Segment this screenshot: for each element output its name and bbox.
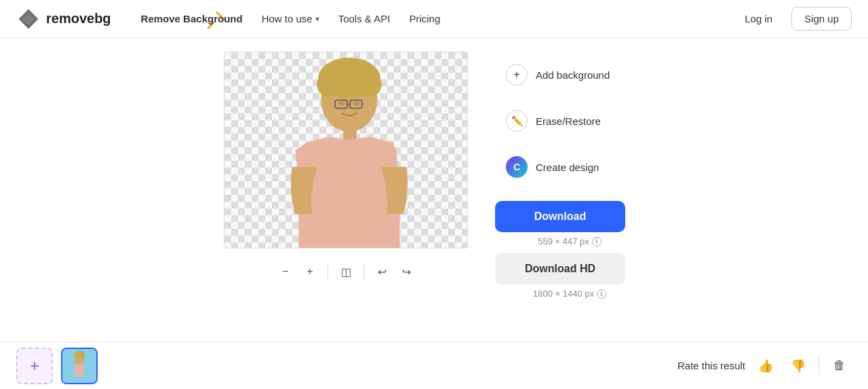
free-size-text: 559 × 447 px <box>538 236 589 246</box>
nav-how-to-use-label: How to use <box>262 13 313 24</box>
download-hd-size-info: 1800 × 1440 px ℹ <box>495 289 644 299</box>
thumbnail-image <box>62 348 96 384</box>
thumbs-up-icon: 👍 <box>758 358 773 373</box>
image-thumbnail[interactable] <box>61 348 98 384</box>
info-icon[interactable]: ℹ <box>592 237 601 246</box>
logo-icon <box>16 7 41 31</box>
nav-how-to-use[interactable]: How to use ▾ <box>254 9 328 29</box>
erase-restore-icon: ✏️ <box>506 110 528 132</box>
create-design-label: Create design <box>536 162 599 173</box>
bottom-bar: + Rate this result 👍 👎 🗑 <box>0 341 868 389</box>
person-image <box>224 52 467 248</box>
create-design-button[interactable]: C Create design <box>495 149 644 185</box>
info-icon-hd[interactable]: ℹ <box>597 289 606 299</box>
download-section: Download 559 × 447 px ℹ Download HD 1800… <box>495 201 644 299</box>
nav-remove-background[interactable]: Remove Background <box>133 9 251 29</box>
undo-button[interactable]: ↩ <box>370 259 394 284</box>
add-background-button[interactable]: + Add background <box>495 57 644 92</box>
rate-label: Rate this result <box>677 360 745 371</box>
logo[interactable]: removebg <box>16 7 111 31</box>
download-hd-button[interactable]: Download HD <box>495 253 625 284</box>
thumbs-up-button[interactable]: 👍 <box>753 354 778 378</box>
svg-rect-18 <box>75 364 84 377</box>
navbar: removebg Remove Background How to use ▾ … <box>0 0 868 38</box>
zoom-in-button[interactable]: + <box>298 259 322 284</box>
image-preview <box>224 52 468 248</box>
trash-icon: 🗑 <box>833 358 846 373</box>
signup-button[interactable]: Sign up <box>791 7 852 31</box>
canva-icon: C <box>506 156 528 178</box>
svg-point-8 <box>338 101 345 105</box>
thumbs-down-button[interactable]: 👎 <box>786 354 810 378</box>
add-background-icon: + <box>506 64 528 86</box>
add-image-button[interactable]: + <box>16 348 53 384</box>
divider <box>818 356 819 375</box>
toolbar-divider <box>328 263 328 280</box>
erase-restore-label: Erase/Restore <box>536 115 601 127</box>
svg-point-17 <box>74 350 85 358</box>
add-background-label: Add background <box>536 69 610 81</box>
side-panel: + Add background ✏️ Erase/Restore C Crea… <box>495 52 644 299</box>
svg-point-7 <box>345 60 367 82</box>
main-content: − + ◫ ↩ ↪ + Add background ✏️ Erase/Rest… <box>0 38 868 341</box>
download-size-info: 559 × 447 px ℹ <box>495 236 644 246</box>
rate-section: Rate this result 👍 👎 🗑 <box>677 354 852 378</box>
split-view-button[interactable]: ◫ <box>334 259 358 284</box>
nav-tools-api[interactable]: Tools & API <box>330 9 399 29</box>
logo-text: removebg <box>46 11 111 26</box>
svg-point-9 <box>353 101 360 105</box>
nav-links: Remove Background How to use ▾ Tools & A… <box>133 9 734 29</box>
plus-icon: + <box>30 356 39 375</box>
download-button[interactable]: Download <box>495 201 625 232</box>
erase-restore-button[interactable]: ✏️ Erase/Restore <box>495 103 644 138</box>
chevron-down-icon: ▾ <box>315 14 319 24</box>
redo-button[interactable]: ↪ <box>394 259 418 284</box>
nav-actions: Log in Sign up <box>734 7 852 31</box>
zoom-out-button[interactable]: − <box>273 259 298 284</box>
toolbar-divider <box>363 263 364 280</box>
login-button[interactable]: Log in <box>734 7 783 30</box>
image-toolbar: − + ◫ ↩ ↪ <box>273 254 418 289</box>
thumbs-down-icon: 👎 <box>791 358 806 373</box>
nav-pricing[interactable]: Pricing <box>401 9 448 29</box>
image-section: − + ◫ ↩ ↪ <box>224 52 468 289</box>
delete-button[interactable]: 🗑 <box>827 354 852 378</box>
hd-size-text: 1800 × 1440 px <box>533 289 594 299</box>
